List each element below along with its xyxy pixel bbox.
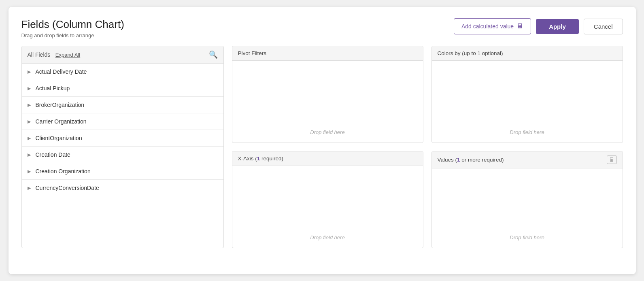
pivot-filters-panel: Pivot Filters Drop field here (232, 46, 423, 143)
colors-by-panel: Colors by (up to 1 optional) Drop field … (431, 46, 623, 143)
all-fields-header: All Fields Expand All (28, 51, 81, 58)
colors-by-drop-hint: Drop field here (510, 129, 544, 135)
left-panel: All Fields Expand All 🔍 ▶ Actual Deliver… (21, 46, 224, 248)
search-icon: 🔍 (209, 51, 218, 59)
add-calc-label: Add calculated value (461, 23, 514, 30)
subtitle: Drag and drop fields to arrange (21, 32, 124, 38)
colors-by-header: Colors by (up to 1 optional) (432, 46, 623, 61)
field-name: Carrier Organization (36, 118, 218, 125)
field-name: Actual Pickup (36, 85, 218, 92)
pivot-filters-label: Pivot Filters (238, 50, 267, 56)
page-title: Fields (Column Chart) (21, 18, 124, 31)
cancel-button[interactable]: Cancel (584, 19, 623, 34)
list-item[interactable]: ▶ ClientOrganization (22, 130, 223, 147)
main-content: All Fields Expand All 🔍 ▶ Actual Deliver… (21, 46, 623, 248)
field-list: ▶ Actual Delivery Date ▶ Actual Pickup ▶… (22, 64, 223, 196)
chevron-right-icon: ▶ (28, 102, 31, 108)
all-fields-label: All Fields (28, 51, 51, 58)
calculator-icon: 🖩 (517, 23, 523, 30)
chevron-right-icon: ▶ (28, 86, 31, 91)
x-axis-panel: X-Axis (1 required) Drop field here (232, 151, 423, 248)
list-item[interactable]: ▶ BrokerOrganization (22, 97, 223, 113)
header-row: Fields (Column Chart) Drag and drop fiel… (21, 18, 623, 38)
chevron-right-icon: ▶ (28, 152, 31, 158)
list-item[interactable]: ▶ Creation Date (22, 147, 223, 163)
values-panel: Values (1 or more required) 🖩 Drop field… (431, 151, 623, 248)
apply-button[interactable]: Apply (536, 19, 579, 34)
chevron-right-icon: ▶ (28, 69, 31, 75)
x-axis-body[interactable]: Drop field here (232, 166, 423, 248)
values-label: Values (1 or more required) (438, 157, 504, 163)
colors-by-label: Colors by (up to 1 optional) (438, 50, 503, 56)
field-name: ClientOrganization (36, 135, 218, 141)
colors-by-body[interactable]: Drop field here (432, 61, 623, 143)
title-block: Fields (Column Chart) Drag and drop fiel… (21, 18, 124, 38)
list-item[interactable]: ▶ Actual Delivery Date (22, 64, 223, 80)
values-header: Values (1 or more required) 🖩 (432, 151, 623, 168)
list-item[interactable]: ▶ Carrier Organization (22, 113, 223, 130)
values-required: 1 (457, 157, 460, 163)
field-name: Actual Delivery Date (36, 68, 218, 75)
x-axis-header: X-Axis (1 required) (232, 151, 423, 166)
chevron-right-icon: ▶ (28, 169, 31, 174)
x-axis-drop-hint: Drop field here (310, 234, 344, 241)
expand-all-link[interactable]: Expand All (55, 52, 80, 58)
chevron-right-icon: ▶ (28, 136, 31, 141)
field-name: Creation Date (36, 151, 218, 158)
header-actions: Add calculated value 🖩 Apply Cancel (454, 18, 623, 34)
right-panels: Pivot Filters Drop field here Colors by … (232, 46, 623, 248)
search-button[interactable]: 🔍 (209, 50, 218, 59)
pivot-filters-drop-hint: Drop field here (310, 129, 344, 135)
pivot-filters-header: Pivot Filters (232, 46, 423, 61)
field-name: CurrencyConversionDate (36, 185, 218, 191)
chevron-right-icon: ▶ (28, 119, 31, 124)
values-body[interactable]: Drop field here (432, 168, 623, 248)
main-container: Fields (Column Chart) Drag and drop fiel… (9, 7, 636, 274)
list-item[interactable]: ▶ Creation Organization (22, 163, 223, 180)
field-name: BrokerOrganization (36, 102, 218, 108)
chevron-right-icon: ▶ (28, 185, 31, 191)
list-item[interactable]: ▶ CurrencyConversionDate (22, 180, 223, 196)
pivot-filters-body[interactable]: Drop field here (232, 61, 423, 143)
values-drop-hint: Drop field here (510, 234, 544, 241)
add-calculated-value-button[interactable]: Add calculated value 🖩 (454, 18, 531, 34)
x-axis-required: 1 (257, 155, 260, 162)
field-name: Creation Organization (36, 168, 218, 175)
left-panel-header: All Fields Expand All 🔍 (22, 46, 223, 64)
values-calculator-button[interactable]: 🖩 (607, 155, 617, 164)
x-axis-label: X-Axis (1 required) (238, 155, 284, 162)
list-item[interactable]: ▶ Actual Pickup (22, 80, 223, 97)
